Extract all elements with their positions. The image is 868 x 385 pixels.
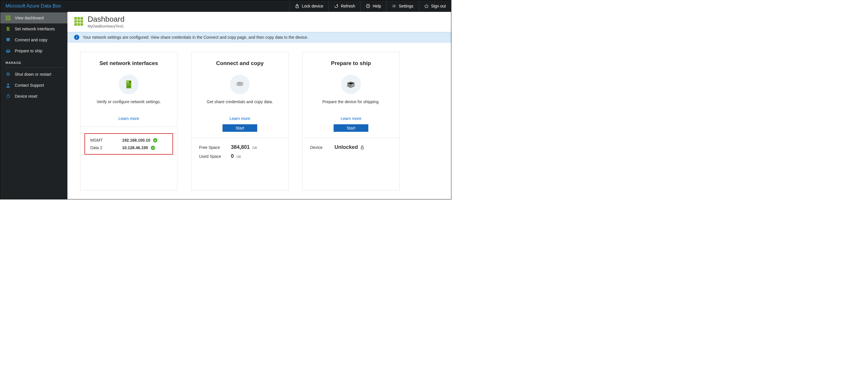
lock-device-label: Lock device (302, 4, 323, 8)
topbar: Microsoft Azure Data Box Lock device Ref… (0, 0, 451, 12)
space-label: Used Space (199, 154, 224, 159)
package-card-icon (341, 75, 361, 94)
reset-icon (5, 94, 11, 99)
device-row: Device Unlocked (310, 144, 392, 150)
start-button[interactable]: Start (222, 124, 257, 132)
settings-button[interactable]: Settings (386, 0, 418, 12)
sidebar-item-ship[interactable]: Prepare to ship (0, 45, 67, 56)
help-label: Help (373, 4, 381, 8)
check-icon (151, 146, 155, 150)
package-icon (5, 48, 11, 54)
space-value: 0 (231, 153, 234, 159)
sidebar-item-label: Shut down or restart (15, 72, 51, 77)
gear-icon (392, 4, 396, 8)
svg-rect-21 (130, 81, 130, 83)
refresh-button[interactable]: Refresh (329, 0, 360, 12)
svg-rect-9 (9, 18, 10, 19)
sidebar-item-connect[interactable]: Connect and copy (0, 34, 67, 45)
svg-rect-7 (6, 18, 7, 19)
start-button[interactable]: Start (334, 124, 368, 132)
power-icon (424, 4, 429, 8)
space-unit: GB (252, 146, 257, 149)
resize-handle[interactable] (67, 100, 68, 111)
page-title: Dashboard (88, 15, 124, 24)
disk-icon (5, 37, 11, 42)
space-row: Used Space 0 GB (199, 153, 281, 159)
svg-rect-6 (9, 15, 10, 17)
svg-point-17 (7, 73, 9, 75)
dashboard-icon (5, 15, 11, 21)
learn-more-link[interactable]: Learn more (118, 116, 139, 121)
svg-rect-23 (127, 87, 130, 88)
space-value: 384,801 (231, 144, 250, 150)
sidebar-item-dashboard[interactable]: View dashboard (0, 12, 67, 24)
info-banner: i Your network settings are configured. … (67, 32, 451, 42)
signout-button[interactable]: Sign out (418, 0, 451, 12)
sidebar-item-label: View dashboard (15, 15, 44, 20)
divider (5, 67, 62, 68)
net-value: 192.168.100.10 (122, 138, 150, 142)
sidebar-item-network[interactable]: Set network interfaces (0, 24, 67, 34)
card-desc: Verify or configure network settings. (97, 99, 161, 104)
card-ship: Prepare to ship Prepare the device for s… (302, 52, 400, 190)
svg-rect-0 (296, 6, 299, 8)
learn-more-link[interactable]: Learn more (341, 116, 361, 121)
unlock-icon (360, 145, 365, 150)
network-details-highlight: MGMT 192.168.100.10 Data 2 10.128.46.195 (85, 133, 173, 154)
network-row: MGMT 192.168.100.10 (90, 138, 167, 142)
disk-card-icon (230, 75, 250, 94)
card-desc: Prepare the device for shipping. (322, 99, 380, 104)
space-label: Free Space (199, 145, 224, 150)
space-unit: GB (237, 155, 241, 159)
network-card-icon (119, 75, 138, 94)
help-button[interactable]: Help (360, 0, 386, 12)
space-row: Free Space 384,801 GB (199, 144, 281, 150)
sidebar-item-label: Set network interfaces (15, 27, 55, 31)
net-value: 10.128.46.195 (122, 145, 148, 150)
net-label: Data 2 (90, 145, 115, 150)
svg-point-25 (239, 82, 241, 83)
svg-rect-22 (127, 86, 130, 86)
info-icon: i (74, 35, 79, 40)
svg-rect-20 (127, 81, 129, 83)
signout-label: Sign out (431, 4, 446, 8)
device-label: Device (310, 145, 328, 150)
sidebar-item-support[interactable]: Contact Support (0, 80, 67, 91)
network-icon (5, 26, 11, 32)
card-desc: Get share credentials and copy data. (207, 99, 273, 104)
card-network: Set network interfaces Verify or configu… (80, 52, 177, 190)
sidebar-item-label: Prepare to ship (15, 48, 42, 53)
sidebar-item-reset[interactable]: Device reset (0, 91, 67, 102)
network-row: Data 2 10.128.46.195 (90, 145, 167, 150)
card-row: Set network interfaces Verify or configu… (67, 42, 451, 199)
svg-rect-12 (9, 19, 10, 20)
svg-rect-4 (6, 15, 7, 17)
device-status: Unlocked (335, 144, 358, 150)
settings-label: Settings (399, 4, 413, 8)
support-icon (5, 83, 11, 88)
card-connect: Connect and copy Get share credentials a… (191, 52, 288, 190)
dashboard-icon (74, 17, 83, 26)
svg-rect-5 (7, 15, 9, 17)
sidebar-section-manage: MANAGE (0, 56, 67, 67)
brand-title: Microsoft Azure Data Box (0, 0, 66, 12)
learn-more-link[interactable]: Learn more (229, 116, 250, 121)
card-title: Connect and copy (216, 60, 264, 67)
card-title: Prepare to ship (331, 60, 371, 67)
sidebar-item-shutdown[interactable]: Shut down or restart (0, 69, 67, 80)
svg-rect-14 (7, 28, 8, 28)
help-icon (366, 4, 370, 8)
page-header: Dashboard MyDataBoxHeavyTest1 (67, 12, 451, 32)
refresh-icon (334, 4, 339, 8)
banner-text: Your network settings are configured. Vi… (83, 35, 308, 40)
content: Dashboard MyDataBoxHeavyTest1 i Your net… (67, 12, 451, 199)
net-label: MGMT (90, 138, 115, 142)
svg-point-1 (366, 4, 370, 8)
svg-rect-10 (6, 19, 7, 20)
gear-icon (5, 72, 11, 77)
check-icon (153, 138, 157, 142)
svg-point-3 (394, 5, 395, 7)
lock-icon (295, 4, 300, 8)
svg-point-18 (7, 83, 9, 85)
lock-device-button[interactable]: Lock device (289, 0, 329, 12)
